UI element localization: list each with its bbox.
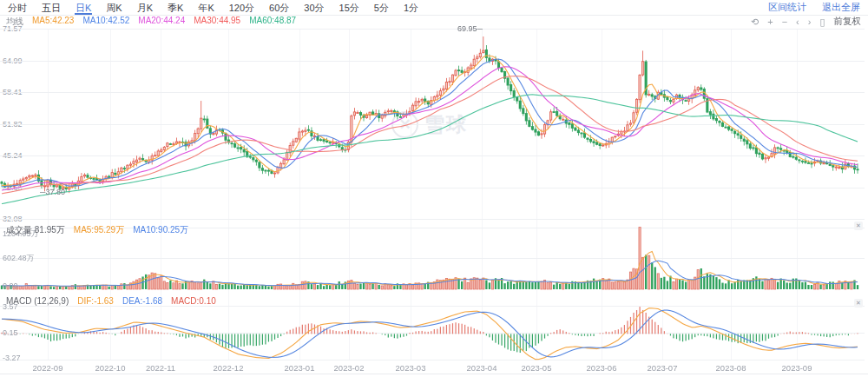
tab-日K[interactable]: 日K	[75, 1, 92, 15]
kline-canvas[interactable]	[0, 0, 868, 377]
macd-axis-tick: 0.15	[3, 328, 18, 337]
adjust-type-dropdown[interactable]: 前复权	[834, 16, 862, 28]
pan-left-icon[interactable]: ‹	[796, 17, 799, 27]
tabbar-right-links: 区间统计 退出全屏	[768, 1, 860, 14]
x-axis-tick: 2023-04	[467, 363, 497, 373]
reset-icon[interactable]: ⟲	[751, 17, 759, 27]
x-axis-tick: 2023-06	[587, 363, 617, 373]
tab-60分[interactable]: 60分	[268, 1, 290, 15]
macd-value-item: DEA:-1.68	[122, 296, 162, 306]
pan-right-icon[interactable]: ›	[808, 17, 812, 27]
tab-1分[interactable]: 1分	[403, 1, 419, 15]
x-axis-tick: 2022-12	[214, 363, 244, 373]
bottom-divider	[0, 374, 868, 374]
ma-legend: 均线 MA5:42.23MA10:42.52MA20:44.24MA30:44.…	[6, 16, 296, 28]
ma-legend-item: MA60:48.87	[249, 16, 296, 28]
zoom-out-icon[interactable]: −	[782, 17, 787, 27]
x-axis-tick: 2023-07	[648, 363, 678, 373]
chart-control-icons: ⟲+−‹›▯	[751, 17, 825, 27]
close-macd-panel-button[interactable]: ✕	[854, 299, 863, 308]
tab-分时[interactable]: 分时	[7, 1, 28, 15]
macd-title: MACD (12,26,9)	[6, 296, 69, 306]
ma-legend-item: MA20:44.24	[138, 16, 185, 28]
tab-15分[interactable]: 15分	[339, 1, 360, 15]
x-axis-tick: 2023-03	[396, 363, 426, 373]
x-axis-tick: 2023-01	[285, 363, 315, 373]
x-axis-tick: 2023-02	[334, 363, 365, 373]
x-axis-tick: 2022-11	[146, 363, 175, 373]
macd-axis-tick: -3.27	[3, 354, 21, 362]
volume-title: 成交量 81.95万	[6, 224, 65, 236]
x-axis-tick: 2023-08	[716, 363, 746, 373]
volume-ma-item: MA10:90.25万	[133, 224, 188, 236]
ma-legend-title: 均线	[6, 16, 23, 28]
close-volume-panel-button[interactable]: ✕	[854, 222, 863, 230]
exit-fullscreen-link[interactable]: 退出全屏	[822, 1, 860, 14]
tab-周K[interactable]: 周K	[105, 1, 122, 15]
zoom-in-icon[interactable]: +	[767, 17, 773, 27]
volume-axis-tick: 0.00	[3, 281, 18, 290]
ma-legend-item: MA30:44.95	[194, 16, 240, 28]
lowest-price-marker: ─37.80	[40, 188, 65, 196]
tab-季K[interactable]: 季K	[167, 1, 184, 15]
macd-values: DIF:-1.63DEA:-1.68MACD:0.10	[77, 296, 216, 306]
tab-年K[interactable]: 年K	[197, 1, 214, 15]
macd-legend: MACD (12,26,9) DIF:-1.63DEA:-1.68MACD:0.…	[6, 296, 216, 306]
screenshot-icon[interactable]: ▯	[819, 17, 825, 27]
volume-axis-tick: 602.48万	[3, 253, 35, 264]
macd-value-item: MACD:0.10	[171, 296, 216, 306]
period-tabs: 分时五日日K周K月K季K年K120分60分30分15分5分1分	[7, 1, 419, 15]
x-axis-tick: 2022-10	[95, 363, 126, 373]
ma-legend-item: MA5:42.23	[32, 16, 74, 28]
volume-legend: 成交量 81.95万 MA5:95.29万MA10:90.25万	[6, 224, 188, 236]
x-axis-tick: 2023-09	[782, 363, 812, 373]
tab-五日[interactable]: 五日	[41, 1, 62, 15]
macd-value-item: DIF:-1.63	[77, 296, 114, 306]
tab-30分[interactable]: 30分	[303, 1, 325, 15]
legend-controls-row: 均线 MA5:42.23MA10:42.52MA20:44.24MA30:44.…	[0, 16, 868, 28]
ma-legend-items: MA5:42.23MA10:42.52MA20:44.24MA30:44.95M…	[32, 16, 296, 28]
tab-月K[interactable]: 月K	[136, 1, 154, 15]
x-axis-tick: 2022-09	[33, 363, 63, 373]
chart-controls: ⟲+−‹›▯ 前复权	[751, 16, 861, 28]
x-axis-tick: 2023-05	[522, 363, 552, 373]
period-tabbar: 分时五日日K周K月K季K年K120分60分30分15分5分1分 区间统计 退出全…	[0, 0, 868, 16]
volume-ma-item: MA5:95.29万	[74, 224, 124, 236]
kline-fullscreen-page: 分时五日日K周K月K季K年K120分60分30分15分5分1分 区间统计 退出全…	[0, 0, 868, 377]
range-statistics-link[interactable]: 区间统计	[768, 1, 806, 14]
volume-ma-items: MA5:95.29万MA10:90.25万	[74, 224, 188, 236]
tab-120分[interactable]: 120分	[228, 1, 255, 15]
tab-5分[interactable]: 5分	[373, 1, 390, 15]
ma-legend-item: MA10:42.52	[82, 16, 129, 28]
